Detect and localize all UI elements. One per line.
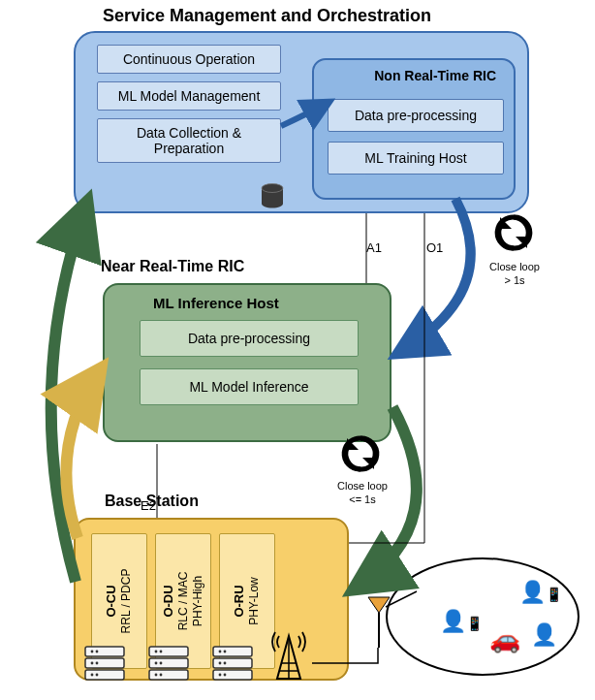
device-cloud bbox=[386, 557, 579, 676]
person-phone-icon: 👤📱 bbox=[440, 609, 483, 634]
o-du-sublabel: RLC / MAC PHY-High bbox=[176, 572, 204, 631]
o-ru-sublabel: PHY-Low bbox=[248, 577, 262, 625]
svg-point-28 bbox=[224, 674, 227, 677]
o-cu-sublabel: RRL / PDCP bbox=[120, 569, 134, 634]
svg-point-15 bbox=[160, 651, 163, 653]
cycle-icon-1 bbox=[492, 211, 535, 254]
nearrt-ml-inference-box: ML Model Inference bbox=[140, 368, 359, 405]
near-rt-ric-title: Near Real-Time RIC bbox=[101, 258, 244, 275]
cycle-icon-2 bbox=[339, 432, 382, 475]
o-cu-label: O-CU bbox=[104, 569, 119, 634]
rack-icon-2 bbox=[147, 645, 190, 682]
svg-point-27 bbox=[219, 674, 222, 677]
nonrt-ml-training-box: ML Training Host bbox=[328, 142, 504, 175]
non-rt-ric-box: Non Real-Time RIC Data pre-processing ML… bbox=[312, 58, 516, 200]
svg-point-6 bbox=[96, 651, 99, 653]
ml-inference-host-title: ML Inference Host bbox=[153, 295, 279, 311]
smo-box: Continuous Operation ML Model Management… bbox=[74, 31, 529, 213]
rack-icon-1 bbox=[83, 645, 126, 682]
svg-point-17 bbox=[160, 662, 163, 665]
smo-title: Service Management and Orchestration bbox=[103, 6, 431, 26]
rack-icon-3 bbox=[211, 645, 254, 682]
close-loop-gt1s: Close loop > 1s bbox=[489, 260, 540, 288]
svg-point-23 bbox=[219, 651, 222, 653]
smo-left-column: Continuous Operation ML Model Management… bbox=[97, 45, 281, 171]
svg-point-9 bbox=[91, 674, 94, 677]
svg-point-8 bbox=[96, 662, 99, 665]
svg-point-25 bbox=[219, 662, 222, 665]
nearrt-data-pre-box: Data pre-processing bbox=[140, 320, 359, 357]
o1-label: O1 bbox=[426, 240, 443, 255]
svg-point-16 bbox=[155, 662, 158, 665]
person-icon: 👤 bbox=[531, 622, 557, 648]
e2-label: E2 bbox=[141, 498, 156, 513]
ml-model-management-box: ML Model Management bbox=[97, 81, 281, 111]
database-icon bbox=[260, 183, 285, 210]
radio-tower-icon bbox=[267, 628, 310, 683]
o-du-label: O-DU bbox=[161, 572, 176, 631]
svg-point-14 bbox=[155, 651, 158, 653]
svg-point-18 bbox=[155, 674, 158, 677]
svg-point-19 bbox=[160, 674, 163, 677]
continuous-operation-box: Continuous Operation bbox=[97, 45, 281, 74]
o-ru-label: O-RU bbox=[232, 577, 247, 625]
svg-point-7 bbox=[91, 662, 94, 665]
svg-point-26 bbox=[224, 662, 227, 665]
a1-label: A1 bbox=[366, 240, 382, 255]
nonrt-data-pre-box: Data pre-processing bbox=[328, 99, 504, 132]
svg-point-10 bbox=[96, 674, 99, 677]
near-rt-ric-box: ML Inference Host Data pre-processing ML… bbox=[103, 283, 391, 442]
close-loop-le1s: Close loop <= 1s bbox=[337, 479, 388, 507]
data-collection-box: Data Collection & Preparation bbox=[97, 118, 281, 163]
svg-point-24 bbox=[224, 651, 227, 653]
svg-point-5 bbox=[91, 651, 94, 653]
non-rt-ric-title: Non Real-Time RIC bbox=[374, 68, 496, 83]
person-phone-icon-2: 👤📱 bbox=[519, 580, 562, 605]
rf-label: RF bbox=[382, 580, 398, 594]
car-icon: 🚗 bbox=[489, 624, 520, 654]
